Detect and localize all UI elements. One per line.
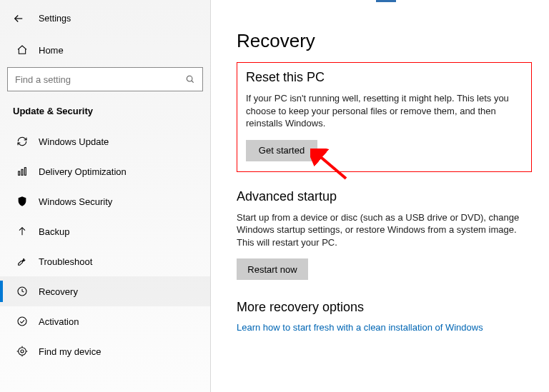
reset-heading: Reset this PC [246,70,523,85]
svg-point-8 [21,350,24,353]
arrow-left-icon [12,12,25,25]
optimize-icon [16,165,29,178]
svg-point-9 [19,348,26,356]
advanced-startup-section: Advanced startup Start up from a device … [237,189,532,281]
sidebar-item-label: Find my device [39,346,101,357]
sidebar-item-recovery[interactable]: Recovery [0,276,210,306]
more-recovery-section: More recovery options Learn how to start… [237,300,532,333]
sidebar-item-label: Windows Update [39,136,109,147]
sidebar-item-label: Recovery [39,286,78,297]
sidebar-item-windows-security[interactable]: Windows Security [0,186,210,216]
sidebar-item-label: Backup [39,226,69,237]
svg-line-1 [192,81,194,83]
sidebar-item-label: Troubleshoot [39,256,92,267]
activation-icon [16,315,29,328]
settings-title: Settings [39,14,71,24]
backup-icon [16,225,29,238]
home-label: Home [39,45,64,56]
main-content: Recovery Reset this PC If your PC isn't … [211,0,549,392]
restart-now-button[interactable]: Restart now [237,258,308,280]
sidebar-item-delivery-optimization[interactable]: Delivery Optimization [0,156,210,186]
sidebar-nav: Windows Update Delivery Optimization Win… [0,126,210,366]
svg-rect-3 [21,169,23,175]
sidebar-item-label: Windows Security [39,196,112,207]
search-box[interactable] [7,67,203,91]
sidebar-item-troubleshoot[interactable]: Troubleshoot [0,246,210,276]
reset-description: If your PC isn't running well, resetting… [246,92,523,130]
sync-icon [16,135,29,148]
sidebar-item-find-my-device[interactable]: Find my device [0,336,210,366]
more-heading: More recovery options [237,300,532,315]
home-icon [16,44,29,56]
category-label: Update & Security [0,99,210,126]
advanced-heading: Advanced startup [237,189,532,204]
sidebar: Settings Home Update & Security Windo [0,0,211,392]
svg-point-0 [187,76,192,81]
page-title: Recovery [237,30,532,52]
sidebar-item-label: Activation [39,316,79,327]
get-started-button[interactable]: Get started [246,140,317,161]
search-input[interactable] [15,74,179,85]
sidebar-item-backup[interactable]: Backup [0,216,210,246]
sidebar-item-home[interactable]: Home [0,37,210,63]
sidebar-item-label: Delivery Optimization [39,166,127,177]
troubleshoot-icon [16,255,29,268]
shield-icon [16,195,29,208]
locate-icon [16,345,29,358]
advanced-description: Start up from a device or disc (such as … [237,211,523,249]
svg-rect-2 [19,171,20,175]
fresh-start-link[interactable]: Learn how to start fresh with a clean in… [237,322,483,333]
top-accent-tab [376,0,396,2]
search-icon [185,74,195,84]
sidebar-item-activation[interactable]: Activation [0,306,210,336]
recovery-icon [16,285,29,298]
back-button[interactable] [9,9,29,29]
svg-point-7 [18,317,26,326]
reset-pc-highlight: Reset this PC If your PC isn't running w… [237,62,532,172]
sidebar-item-windows-update[interactable]: Windows Update [0,126,210,156]
svg-rect-4 [24,168,26,176]
